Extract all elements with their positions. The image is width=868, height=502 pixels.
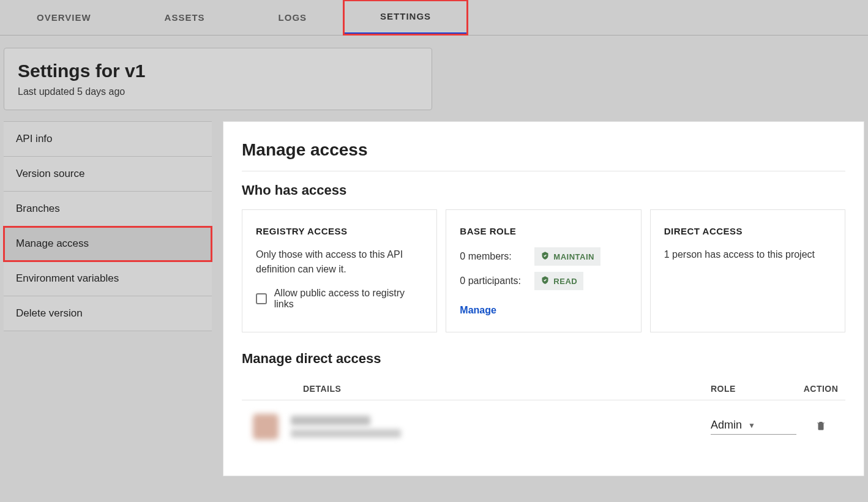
page-title: Settings for v1 [18,61,418,81]
caret-down-icon: ▼ [748,421,755,430]
trash-icon [815,423,826,433]
panel-title: Manage access [242,140,845,160]
avatar [253,414,279,440]
sidebar-item-label: Delete version [16,307,83,319]
direct-access-desc: 1 person has access to this project [664,247,831,262]
role-value: Admin [711,419,742,432]
registry-access-title: REGISTRY ACCESS [256,226,423,236]
badge-text: MAINTAIN [553,252,594,261]
access-cards: REGISTRY ACCESS Only those with access t… [242,209,845,332]
tab-overview[interactable]: OVERVIEW [0,0,128,35]
shield-check-icon [541,251,550,262]
sidebar-item-environment-variables[interactable]: Environment variables [4,261,212,296]
last-updated: Last updated 5 days ago [18,86,418,97]
tab-settings[interactable]: SETTINGS [343,0,468,35]
content-panel: Manage access Who has access REGISTRY AC… [223,121,864,476]
who-has-access-heading: Who has access [242,182,845,198]
sidebar-item-label: Branches [16,203,60,214]
public-access-checkbox-row: Allow public access to registry links [256,288,423,310]
user-name-redacted [291,416,370,425]
sidebar-item-label: API info [16,133,53,144]
user-info [291,416,711,438]
manage-direct-access-heading: Manage direct access [242,351,845,367]
col-role: ROLE [711,384,796,394]
public-access-checkbox[interactable] [256,293,267,304]
participants-row: 0 participants: READ [460,272,627,290]
base-role-title: BASE ROLE [460,226,627,236]
members-label: 0 members: [460,251,526,262]
delete-access-button[interactable] [796,419,845,434]
top-tabs: OVERVIEW ASSETS LOGS SETTINGS [0,0,868,36]
access-table-header: DETAILS ROLE ACTION [242,378,845,400]
sidebar-item-label: Version source [16,168,84,179]
sidebar-item-delete-version[interactable]: Delete version [4,296,212,331]
base-role-card: BASE ROLE 0 members: MAINTAIN 0 particip… [446,209,641,332]
shield-check-icon [541,275,550,287]
tab-logs[interactable]: LOGS [242,0,344,35]
members-row: 0 members: MAINTAIN [460,247,627,266]
sidebar-item-version-source[interactable]: Version source [4,157,212,192]
table-row: Admin ▼ [242,400,845,453]
manage-base-role-link[interactable]: Manage [460,305,496,316]
read-badge: READ [534,272,583,290]
main-layout: API info Version source Branches Manage … [0,121,868,476]
participants-label: 0 participants: [460,275,526,287]
col-details: DETAILS [242,384,711,394]
maintain-badge: MAINTAIN [534,247,600,266]
sidebar-item-api-info[interactable]: API info [4,121,212,157]
direct-access-title: DIRECT ACCESS [664,226,831,236]
settings-header-card: Settings for v1 Last updated 5 days ago [4,48,432,110]
tab-assets[interactable]: ASSETS [128,0,242,35]
direct-access-card: DIRECT ACCESS 1 person has access to thi… [650,209,845,332]
registry-access-card: REGISTRY ACCESS Only those with access t… [242,209,437,332]
sidebar-item-manage-access[interactable]: Manage access [4,227,212,261]
sidebar-item-branches[interactable]: Branches [4,192,212,227]
sidebar-item-label: Environment variables [16,272,119,284]
public-access-checkbox-label: Allow public access to registry links [274,288,424,310]
badge-text: READ [553,277,577,286]
col-action: ACTION [796,384,845,394]
divider [242,171,845,171]
user-email-redacted [291,429,401,438]
registry-access-desc: Only those with access to this API defin… [256,247,423,277]
sidebar-item-label: Manage access [16,238,89,249]
settings-sidebar: API info Version source Branches Manage … [4,121,212,476]
role-dropdown[interactable]: Admin ▼ [711,419,796,435]
